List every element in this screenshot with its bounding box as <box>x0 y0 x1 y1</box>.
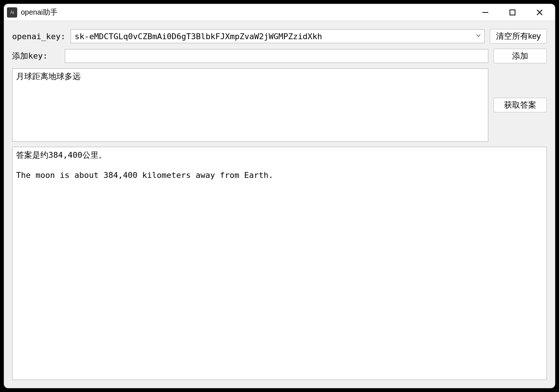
close-icon <box>536 9 543 16</box>
app-window: Ai openai助手 openai_key: sk-eMDCTGLq0vCZB… <box>4 4 555 388</box>
openai-key-row: openai_key: sk-eMDCTGLq0vCZBmAi0D6gT3Blb… <box>12 29 547 44</box>
titlebar: Ai openai助手 <box>4 4 555 21</box>
question-input[interactable] <box>12 68 488 142</box>
get-answer-button[interactable]: 获取答案 <box>493 98 547 112</box>
get-answer-column: 获取答案 <box>493 98 547 112</box>
svg-rect-1 <box>510 10 515 15</box>
add-button[interactable]: 添加 <box>493 49 547 63</box>
window-controls <box>477 6 551 19</box>
app-icon: Ai <box>7 7 17 18</box>
openai-key-combo[interactable]: sk-eMDCTGLq0vCZBmAi0D6gT3BlbkFJXmpZvaW2j… <box>71 29 485 43</box>
add-key-input[interactable] <box>65 49 488 63</box>
window-title: openai助手 <box>21 7 477 17</box>
openai-key-label: openai_key: <box>12 32 66 41</box>
minimize-button[interactable] <box>477 6 494 19</box>
minimize-icon <box>482 9 489 16</box>
maximize-button[interactable] <box>504 6 521 19</box>
answer-output[interactable]: 答案是约384,400公里。 The moon is about 384,400… <box>12 147 547 380</box>
close-button[interactable] <box>531 6 548 19</box>
clear-all-keys-button[interactable]: 清空所有key <box>490 29 547 44</box>
add-key-row: 添加key: 添加 <box>12 49 547 63</box>
add-key-label: 添加key: <box>12 51 60 61</box>
maximize-icon <box>509 9 516 16</box>
openai-key-select[interactable]: sk-eMDCTGLq0vCZBmAi0D6gT3BlbkFJXmpZvaW2j… <box>71 29 485 43</box>
content-area: openai_key: sk-eMDCTGLq0vCZBmAi0D6gT3Blb… <box>4 21 555 388</box>
question-row: 获取答案 <box>12 68 547 142</box>
